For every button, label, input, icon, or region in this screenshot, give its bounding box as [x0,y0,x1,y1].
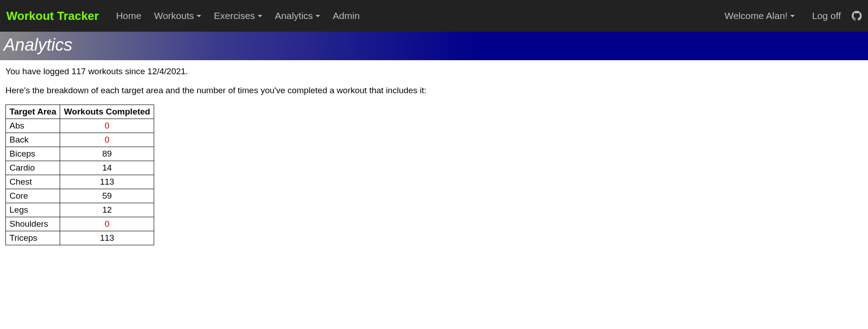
nav-item-label: Workouts [154,10,194,21]
target-area-table: Target Area Workouts Completed Abs0Back0… [5,105,154,245]
cell-target-area: Back [6,133,60,147]
cell-target-area: Abs [6,119,60,133]
cell-count: 0 [60,217,154,231]
cell-target-area: Core [6,189,60,203]
nav-item-label: Analytics [275,10,313,21]
table-row: Shoulders0 [6,217,154,231]
nav-items: HomeWorkoutsExercisesAnalyticsAdmin [110,10,366,21]
nav-item-analytics[interactable]: Analytics [269,10,326,21]
nav-item-exercises[interactable]: Exercises [208,10,269,21]
caret-down-icon [316,15,320,17]
logoff-link[interactable]: Log off [809,10,844,21]
cell-target-area: Legs [6,203,60,217]
table-row: Cardio14 [6,161,154,175]
cell-target-area: Chest [6,175,60,189]
summary-text: You have logged 117 workouts since 12/4/… [5,67,863,76]
nav-item-workouts[interactable]: Workouts [148,10,208,21]
breakdown-intro: Here's the breakdown of each target area… [5,86,863,95]
github-icon[interactable] [852,11,862,21]
brand[interactable]: Workout Tracker [6,9,99,23]
nav-item-admin[interactable]: Admin [326,10,366,21]
table-header-row: Target Area Workouts Completed [6,105,154,119]
welcome-label: Welcome Alan! [724,10,788,21]
content: You have logged 117 workouts since 12/4/… [0,60,868,252]
navbar: Workout Tracker HomeWorkoutsExercisesAna… [0,0,868,32]
nav-item-home[interactable]: Home [110,10,148,21]
nav-item-label: Exercises [214,10,255,21]
cell-count: 12 [60,203,154,217]
table-row: Abs0 [6,119,154,133]
header-workouts-completed: Workouts Completed [60,105,154,119]
page-title: Analytics [4,35,863,55]
table-row: Chest113 [6,175,154,189]
nav-item-label: Admin [333,10,360,21]
cell-target-area: Cardio [6,161,60,175]
cell-target-area: Shoulders [6,217,60,231]
cell-target-area: Triceps [6,231,60,245]
table-row: Legs12 [6,203,154,217]
cell-count: 14 [60,161,154,175]
welcome-user-dropdown[interactable]: Welcome Alan! [718,10,801,21]
cell-count: 0 [60,119,154,133]
page-banner: Analytics [0,32,868,60]
table-row: Biceps89 [6,147,154,161]
caret-down-icon [258,15,262,17]
cell-count: 0 [60,133,154,147]
cell-count: 89 [60,147,154,161]
table-row: Back0 [6,133,154,147]
nav-item-label: Home [116,10,142,21]
table-row: Core59 [6,189,154,203]
cell-target-area: Biceps [6,147,60,161]
cell-count: 113 [60,231,154,245]
header-target-area: Target Area [6,105,60,119]
cell-count: 59 [60,189,154,203]
nav-right: Welcome Alan! Log off [718,10,862,21]
caret-down-icon [197,15,201,17]
caret-down-icon [790,15,795,17]
cell-count: 113 [60,175,154,189]
table-row: Triceps113 [6,231,154,245]
nav-left: Workout Tracker HomeWorkoutsExercisesAna… [6,9,366,23]
